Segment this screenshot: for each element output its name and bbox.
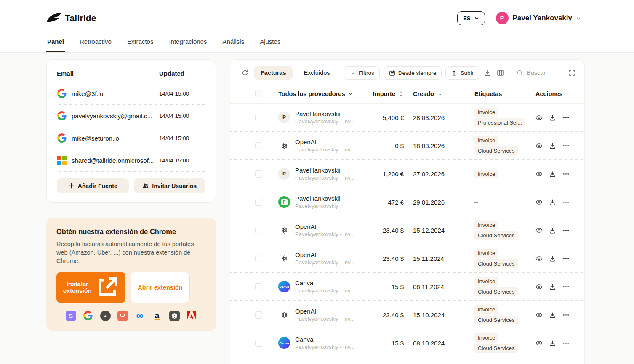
nav-item-ajustes[interactable]: Ajustes: [259, 36, 281, 52]
invoice-row[interactable]: OpenAI Pavelvyankovskiy - Inv... 23.40 $…: [230, 244, 584, 273]
nav-item-integraciones[interactable]: Integraciones: [168, 36, 208, 52]
nav-item-retroactivo[interactable]: Retroactivo: [79, 36, 112, 52]
filters-button[interactable]: Filtros: [344, 66, 380, 80]
user-menu[interactable]: P Pavel Yankovskiy: [496, 12, 581, 24]
install-extension-button[interactable]: Instalar extensión: [56, 272, 125, 303]
nav-item-extractos[interactable]: Extractos: [126, 36, 155, 52]
view-invoice-icon[interactable]: [535, 199, 543, 206]
row-checkbox[interactable]: [255, 170, 262, 178]
app-header: Tailride ES P Pavel Yankovskiy Panel Ret…: [0, 0, 634, 53]
email-row[interactable]: pavelvyankovskiy@gmail.c... 14/04 15:00: [57, 105, 205, 127]
more-actions-icon[interactable]: [562, 227, 570, 234]
invoice-row[interactable]: OpenAI Pavelvyankovskiy - Inv... 23.40 $…: [230, 301, 584, 329]
more-actions-icon[interactable]: [562, 283, 570, 290]
download-invoice-icon[interactable]: [549, 255, 556, 262]
invoice-created-date: 28.03.2026: [408, 114, 467, 121]
view-invoice-icon[interactable]: [535, 114, 543, 121]
sort-icon: [398, 91, 404, 96]
calendar-icon: [389, 70, 395, 76]
view-invoice-icon[interactable]: [535, 142, 543, 149]
row-checkbox[interactable]: [255, 142, 262, 149]
more-actions-icon[interactable]: [562, 114, 570, 121]
vendor-subtitle: Pavelvyankovskiy: [295, 203, 341, 209]
view-invoice-icon[interactable]: [535, 340, 543, 347]
row-checkbox[interactable]: [255, 199, 262, 206]
invoice-tags: InvoiceCloud Services: [467, 333, 528, 353]
email-row[interactable]: mike@seturon.io 14/04 15:00: [57, 127, 205, 149]
more-actions-icon[interactable]: [562, 142, 570, 149]
view-invoice-icon[interactable]: [535, 255, 543, 262]
invoice-row[interactable]: P Pavel Iankovskii Pavelvyankovskiy - In…: [230, 104, 584, 132]
download-invoice-icon[interactable]: [549, 114, 556, 121]
microsoft-icon: [57, 156, 67, 165]
email-row[interactable]: mike@3f.lu 14/04 15:00: [57, 82, 205, 105]
open-extension-button[interactable]: Abrir extensión: [131, 272, 189, 303]
tags-column-header: Etiquetas: [467, 90, 528, 97]
search-icon: [517, 69, 523, 76]
tag-pill: Cloud Services: [474, 316, 518, 324]
expand-icon[interactable]: [567, 68, 577, 77]
row-checkbox[interactable]: [255, 227, 262, 234]
search-input[interactable]: [527, 69, 564, 76]
row-checkbox[interactable]: [255, 255, 262, 262]
download-icon[interactable]: [483, 68, 492, 77]
row-checkbox[interactable]: [255, 340, 262, 347]
nav-item-panel[interactable]: Panel: [46, 36, 65, 52]
vendor-subtitle: Pavelvyankovskiy - Inv...: [295, 344, 354, 350]
email-updated: 14/04 15:00: [159, 90, 205, 97]
more-actions-icon[interactable]: [562, 255, 570, 262]
row-checkbox[interactable]: [255, 114, 262, 121]
updated-column-header: Updated: [159, 70, 205, 77]
invoice-row[interactable]: Canva Canva Pavelvyankovskiy - Inv... 15…: [230, 329, 584, 357]
view-invoice-icon[interactable]: [535, 283, 543, 290]
invoice-row[interactable]: OpenAI Pavelvyankovskiy - Inv... 0 $ 18.…: [230, 132, 584, 160]
refresh-icon[interactable]: [240, 68, 250, 77]
download-invoice-icon[interactable]: [549, 227, 556, 234]
search-box[interactable]: [517, 69, 564, 76]
vendor-subtitle: Pavelvyankovskiy - Inv...: [295, 175, 354, 181]
invoice-row[interactable]: Canva Canva Pavelvyankovskiy - Inv... 15…: [230, 273, 584, 301]
invoice-created-date: 08.10.2024: [408, 340, 467, 347]
nav-item-análisis[interactable]: Análisis: [222, 36, 245, 52]
language-selector[interactable]: ES: [457, 11, 485, 25]
email-address: mike@3f.lu: [72, 90, 159, 97]
invoice-created-date: 15.10.2024: [408, 311, 467, 319]
more-actions-icon[interactable]: [562, 311, 570, 319]
download-invoice-icon[interactable]: [549, 142, 556, 149]
created-column-header[interactable]: Creado: [408, 90, 467, 97]
extension-portal-icons: S▲∞a: [56, 311, 206, 321]
select-all-checkbox[interactable]: [255, 90, 262, 97]
download-invoice-icon[interactable]: [549, 311, 556, 319]
invite-users-button[interactable]: Invitar Usuarios: [134, 178, 206, 193]
view-invoice-icon[interactable]: [535, 311, 543, 319]
view-invoice-icon[interactable]: [535, 227, 543, 234]
email-row[interactable]: shared@tailride.onmicrosof... 14/04 15:0…: [57, 149, 205, 172]
tab-excluidos[interactable]: Excluidos: [297, 66, 336, 80]
more-actions-icon[interactable]: [562, 199, 570, 206]
more-actions-icon[interactable]: [562, 340, 570, 347]
invoice-row[interactable]: OpenAI Pavelvyankovskiy - Inv... 23.40 $…: [230, 216, 584, 244]
upload-button[interactable]: Subir: [445, 66, 479, 80]
table-header-row: Todos los proveedores Importe Creado Eti…: [230, 84, 584, 104]
invoice-row[interactable]: P Pavel Iankovskii Pavelvyankovskiy - In…: [230, 160, 584, 188]
download-invoice-icon[interactable]: [549, 199, 556, 206]
provider-column-header[interactable]: Todos los proveedores: [278, 90, 357, 97]
language-value: ES: [463, 15, 470, 21]
row-checkbox[interactable]: [255, 311, 262, 319]
more-actions-icon[interactable]: [562, 170, 570, 178]
add-source-button[interactable]: Añadir Fuente: [57, 178, 129, 193]
download-invoice-icon[interactable]: [549, 283, 556, 290]
columns-icon[interactable]: [496, 68, 505, 77]
download-invoice-icon[interactable]: [549, 170, 556, 178]
filter-icon: [349, 70, 356, 76]
tab-facturas[interactable]: Facturas: [254, 66, 293, 80]
invoice-row[interactable]: P Pavel Iankovskii Pavelvyankovskiy 472 …: [230, 188, 584, 216]
microsoft-icon: [57, 156, 67, 165]
view-invoice-icon[interactable]: [535, 170, 543, 178]
row-checkbox[interactable]: [255, 283, 262, 290]
amount-column-header[interactable]: Importe: [357, 90, 408, 97]
invoice-created-date: 15.12.2024: [408, 227, 467, 234]
date-range-button[interactable]: Desde siempre: [384, 66, 442, 80]
download-invoice-icon[interactable]: [549, 340, 556, 347]
invoice-amount: 23.40 $: [357, 311, 408, 319]
